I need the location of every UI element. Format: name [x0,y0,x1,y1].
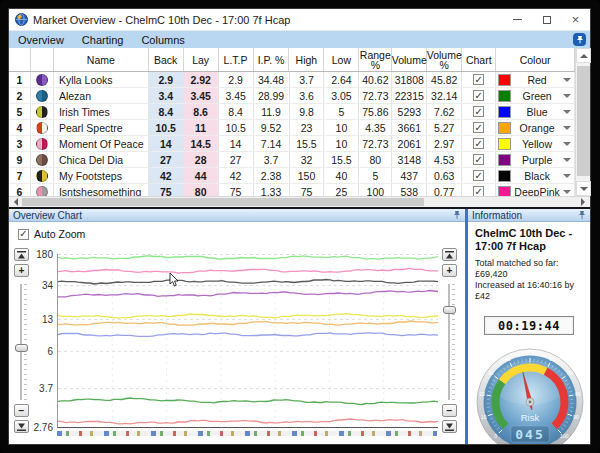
pin-icon[interactable] [578,210,586,220]
scroll-left-button[interactable] [9,197,22,207]
chart-checkbox[interactable]: ✓ [473,74,484,85]
cell-name: Chica Del Dia [54,152,149,167]
table-row[interactable]: 9Chica Del Dia2728273.73215.58031484.53✓… [9,152,575,168]
gauge-risk-label: Risk [521,412,540,423]
column-header-range[interactable]: Range% [359,48,392,71]
column-header-chart[interactable]: Chart [462,48,496,71]
zoom-in-button[interactable]: + [14,264,29,277]
chart-checkbox[interactable]: ✓ [473,106,484,117]
chart-plot-area[interactable] [57,254,438,428]
price-line-purple [58,291,438,297]
vertical-scroll-thumb[interactable] [577,66,590,176]
chevron-right-icon [581,198,585,206]
cell-name: My Footsteps [54,168,149,183]
menu-overview[interactable]: Overview [9,34,73,46]
zoom-out-button[interactable]: − [14,404,29,417]
gauge-needle-pivot [529,401,532,404]
maximize-icon [543,16,551,24]
column-header-colour[interactable]: Colour [496,48,575,71]
maximize-button[interactable] [532,9,561,30]
scale-top-button[interactable] [442,248,457,261]
gauge-tick-label: 0 [494,433,497,439]
table-horizontal-scrollbar[interactable] [9,196,590,207]
table-vertical-scrollbar[interactable] [575,48,590,196]
colour-dropdown[interactable]: Red [496,72,575,87]
chart-checkbox[interactable]: ✓ [473,186,484,196]
cell-ltp: 27 [219,152,254,167]
table-row[interactable]: 2Alezan3.43.453.4528.993.63.0572.7322315… [9,88,575,104]
column-header-back[interactable]: Back [149,48,184,71]
colour-swatch [498,74,511,86]
colour-dropdown[interactable]: Orange [496,120,575,135]
right-slider-track[interactable] [448,284,450,400]
chevron-down-icon [563,94,571,98]
table-row[interactable]: 5Irish Times8.48.68.411.99.8575.8652937.… [9,104,575,120]
cell-range: 100 [359,184,392,196]
cell-ltp: 8.4 [219,104,254,119]
scroll-down-button[interactable] [576,181,591,196]
column-header-ip[interactable]: I.P. % [254,48,290,71]
pin-icon[interactable] [453,210,461,220]
right-slider-thumb[interactable] [443,306,456,314]
column-header-volume[interactable]: Volume [392,48,427,71]
column-header-num[interactable] [9,48,31,71]
table-row[interactable]: 3Moment Of Peace1414.5147.1415.51072.732… [9,136,575,152]
close-button[interactable]: × [561,9,590,30]
colour-dropdown[interactable]: Purple [496,152,575,167]
minimize-button[interactable] [503,9,532,30]
cell-silks [31,184,54,196]
column-header-lay[interactable]: Lay [184,48,219,71]
cell-ltp: 3.45 [219,88,254,103]
column-header-volpct[interactable]: Volume% [427,48,462,71]
table-row[interactable]: 7My Footsteps4244422.381504054370.63✓Bla… [9,168,575,184]
title-bar[interactable]: Market Overview - ChelmC 10th Dec - 17:0… [9,9,590,31]
table-row[interactable]: 1Kylla Looks2.92.922.934.483.72.6440.623… [9,72,575,88]
zoom-in-button[interactable]: + [442,264,457,277]
column-header-name[interactable]: Name [54,48,149,71]
chart-checkbox[interactable]: ✓ [473,90,484,101]
y-axis-tick-label: 34 [9,280,53,291]
pin-icon [576,35,584,44]
table-row[interactable]: 4Pearl Spectre10.51110.59.5223104.353661… [9,120,575,136]
cell-high: 3.6 [290,88,325,103]
cell-high: 15.5 [290,136,325,151]
scroll-right-button[interactable] [576,197,589,207]
jockey-silks-icon [36,154,48,166]
colour-name: Orange [511,122,563,134]
cell-ltp: 75 [219,184,254,196]
chart-checkbox[interactable]: ✓ [473,138,484,149]
scroll-up-button[interactable] [576,48,591,63]
column-header-high[interactable]: High [289,48,324,71]
cell-chart: ✓ [462,72,496,87]
zoom-out-button[interactable]: − [442,404,457,417]
column-header-silks[interactable] [31,48,54,71]
horizontal-scroll-thumb[interactable] [22,198,424,206]
information-header[interactable]: Information [468,209,590,222]
chart-checkbox[interactable]: ✓ [473,170,484,181]
column-header-low[interactable]: Low [324,48,359,71]
pin-toggle-button[interactable] [573,33,586,46]
colour-dropdown[interactable]: DeepPink [496,184,575,196]
colour-dropdown[interactable]: Blue [496,104,575,119]
y-axis-tick-label: 3.7 [9,383,53,394]
chart-checkbox[interactable]: ✓ [473,122,484,133]
table-row[interactable]: 6Isntshesomething7580751.3375251005380.7… [9,184,575,196]
menu-charting[interactable]: Charting [73,34,133,46]
column-label: Lay [192,55,209,65]
overview-chart-header[interactable]: Overview Chart [9,209,465,222]
colour-dropdown[interactable]: Yellow [496,136,575,151]
cell-low: 25 [324,184,359,196]
menu-columns[interactable]: Columns [132,34,193,46]
colour-dropdown[interactable]: Green [496,88,575,103]
scale-bottom-button[interactable] [442,420,457,433]
colour-name: Yellow [511,138,563,150]
cell-name: Moment Of Peace [54,136,149,151]
menu-bar: Overview Charting Columns [9,31,590,48]
y-axis-tick-label: 13 [9,314,53,325]
chevron-left-icon [14,198,18,206]
chart-checkbox[interactable]: ✓ [473,154,484,165]
cell-silks [31,152,54,167]
gauge-tick [569,395,573,396]
column-header-ltp[interactable]: L.T.P [219,48,254,71]
colour-dropdown[interactable]: Black [496,168,575,183]
